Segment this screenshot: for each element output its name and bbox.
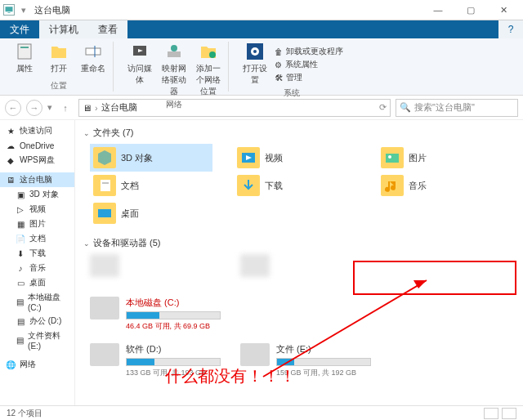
folder-item[interactable]: 3D 对象	[90, 144, 212, 172]
ribbon-manage[interactable]: 🛠管理	[275, 72, 343, 83]
wps-icon: ◆	[5, 154, 16, 166]
pc-icon: 🖥	[5, 174, 16, 185]
crumb-root[interactable]: 这台电脑	[101, 101, 137, 114]
view-tiles-button[interactable]	[502, 408, 516, 419]
folder-icon	[381, 147, 404, 168]
folder-item[interactable]: 音乐	[378, 172, 500, 199]
drive-icon	[90, 297, 119, 319]
status-bar: 12 个项目	[0, 405, 523, 420]
uninstall-icon: 🗑	[275, 47, 283, 56]
folder-item[interactable]: 图片	[378, 144, 500, 172]
folder-item[interactable]: 视频	[234, 144, 356, 172]
drive-name: 本地磁盘 (C:)	[126, 297, 221, 309]
qat-icon[interactable]: ▾	[18, 4, 29, 16]
ribbon: 属性 打开 重命名 位置 访问媒体 映射网络驱动器 添加一个网络位置 网络 打开…	[0, 38, 523, 96]
tab-view[interactable]: 查看	[88, 20, 127, 38]
folder-label: 图片	[409, 152, 427, 164]
dl-icon: ⬇	[15, 248, 26, 259]
sidebar-item-label: 网络	[20, 359, 36, 370]
ribbon-rename[interactable]: 重命名	[78, 42, 108, 74]
sidebar-item-9[interactable]: ♪音乐	[0, 261, 74, 275]
ribbon-tabs: 文件 计算机 查看 ?	[0, 20, 523, 38]
drive-icon: ▤	[15, 315, 26, 327]
ribbon-manage-label: 管理	[286, 72, 302, 83]
search-input[interactable]: 🔍 搜索"这台电脑"	[396, 99, 518, 117]
drive-name: 软件 (D:)	[126, 343, 221, 355]
view-details-button[interactable]	[484, 408, 498, 419]
folder-item[interactable]: 桌面	[90, 199, 212, 227]
ribbon-media[interactable]: 访问媒体	[125, 42, 154, 86]
ribbon-mapdrive[interactable]: 映射网络驱动器	[159, 42, 189, 97]
maximize-button[interactable]: ▢	[454, 0, 487, 20]
svg-rect-25	[381, 175, 404, 196]
ribbon-addloc[interactable]: 添加一个网络位置	[194, 42, 223, 97]
refresh-button[interactable]: ⟳	[379, 102, 387, 113]
drives-header[interactable]: ⌄ 设备和驱动器 (5)	[83, 237, 515, 249]
folder-icon	[381, 175, 404, 196]
minimize-button[interactable]: —	[422, 0, 454, 20]
status-count: 12 个项目	[7, 408, 42, 419]
sidebar-item-1[interactable]: ☁OneDrive	[0, 138, 74, 153]
nav-back-button[interactable]: ←	[5, 100, 21, 116]
sidebar-item-label: 文档	[29, 233, 46, 244]
sidebar-item-13[interactable]: ▤文件资料 (E:)	[0, 328, 74, 352]
ribbon-uninstall[interactable]: 🗑卸载或更改程序	[275, 46, 343, 57]
ribbon-media-label: 访问媒体	[125, 63, 154, 86]
drive-item[interactable]: 本地磁盘 (C:)46.4 GB 可用, 共 69.9 GB	[90, 297, 221, 332]
ribbon-group-system-label: 系统	[284, 87, 300, 99]
nav-history-button[interactable]: ▾	[47, 102, 52, 113]
sysprops-icon: ⚙	[275, 60, 282, 69]
tab-help[interactable]: ?	[498, 20, 523, 38]
ribbon-group-network: 访问媒体 映射网络驱动器 添加一个网络位置 网络	[120, 42, 229, 92]
sidebar-item-2[interactable]: ◆WPS网盘	[0, 153, 74, 168]
sidebar-item-12[interactable]: ▤办公 (D:)	[0, 314, 74, 328]
cube-icon: ▣	[15, 189, 26, 200]
drive-icon	[90, 254, 119, 277]
net-icon: 🌐	[5, 359, 16, 370]
sidebar-item-label: 本地磁盘 (C:)	[28, 292, 69, 312]
address-bar: ← → ▾ ↑ 🖥 › 这台电脑 ⟳ 🔍 搜索"这台电脑"	[0, 96, 523, 120]
sidebar-item-0[interactable]: ★快速访问	[0, 123, 74, 138]
folder-item[interactable]: 文档	[90, 172, 212, 199]
sidebar-item-label: 下载	[29, 248, 46, 259]
ribbon-addloc-label: 添加一个网络位置	[194, 63, 223, 97]
drive-item[interactable]	[90, 254, 221, 277]
sidebar-item-11[interactable]: ▤本地磁盘 (C:)	[0, 290, 74, 314]
sidebar-item-14[interactable]: 🌐网络	[0, 357, 74, 372]
sidebar-item-10[interactable]: ▭桌面	[0, 275, 74, 290]
desk-icon: ▭	[15, 277, 26, 288]
folders-header-label: 文件夹 (7)	[93, 127, 134, 139]
ribbon-properties[interactable]: 属性	[10, 42, 39, 74]
folder-item[interactable]: 下载	[234, 172, 356, 199]
drive-item[interactable]	[240, 254, 371, 277]
sidebar-item-4[interactable]: ▣3D 对象	[0, 187, 74, 202]
svg-rect-4	[86, 48, 101, 55]
nav-up-button[interactable]: ↑	[57, 100, 74, 116]
music-icon: ♪	[15, 262, 26, 274]
nav-forward-button[interactable]: →	[26, 100, 42, 116]
pc-icon	[3, 4, 15, 16]
ribbon-sysprops[interactable]: ⚙系统属性	[275, 59, 343, 70]
drive-icon	[240, 343, 270, 366]
sidebar-item-3[interactable]: 🖥这台电脑	[0, 172, 74, 187]
svg-point-20	[388, 155, 391, 159]
folder-icon	[237, 147, 260, 168]
sidebar-item-7[interactable]: 📄文档	[0, 231, 74, 246]
sidebar-item-6[interactable]: ▦图片	[0, 217, 74, 231]
folder-icon	[93, 147, 116, 168]
folder-label: 视频	[265, 152, 283, 164]
close-button[interactable]: ✕	[487, 0, 520, 20]
folders-header[interactable]: ⌄ 文件夹 (7)	[83, 127, 515, 139]
tab-file[interactable]: 文件	[0, 20, 39, 38]
sidebar-item-8[interactable]: ⬇下载	[0, 246, 74, 261]
search-placeholder: 搜索"这台电脑"	[414, 101, 475, 114]
ribbon-settings[interactable]: 打开设置	[240, 42, 270, 86]
folder-label: 下载	[265, 180, 283, 192]
svg-rect-2	[18, 44, 31, 59]
address-field[interactable]: 🖥 › 这台电脑 ⟳	[78, 99, 391, 117]
tab-computer[interactable]: 计算机	[39, 20, 88, 38]
sidebar-item-5[interactable]: ▷视频	[0, 202, 74, 217]
ribbon-settings-label: 打开设置	[240, 63, 270, 86]
ribbon-open[interactable]: 打开	[44, 42, 74, 74]
svg-rect-1	[8, 12, 11, 13]
